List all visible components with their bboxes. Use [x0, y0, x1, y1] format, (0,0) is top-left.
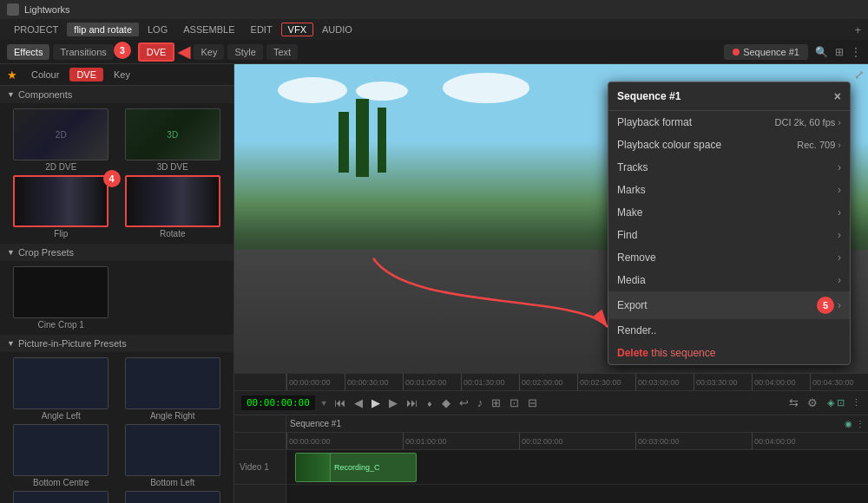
components-section-header[interactable]: Components [0, 86, 233, 103]
seq-ruler-label [234, 415, 286, 432]
ctx-label: Render.. [617, 324, 656, 336]
ruler-mark: 00:00:00:00 [286, 433, 403, 449]
timecode-dropdown[interactable]: ▼ [320, 399, 328, 408]
edit-menu[interactable]: EDIT [244, 23, 279, 36]
expand-btn[interactable]: ⤢ [854, 68, 865, 82]
tab-text[interactable]: Text [266, 44, 298, 60]
clip-block[interactable]: Recording_C [295, 453, 417, 482]
assemble-menu[interactable]: ASSEMBLE [176, 23, 241, 36]
ctx-find-arrow: › [838, 229, 841, 241]
ruler-mark: 00:02:00:00 [519, 433, 635, 449]
project-name[interactable]: flip and rotate [67, 23, 139, 36]
seq-controls: ◉ ⋮ [841, 415, 868, 432]
snap-btn[interactable]: ⊞ [489, 395, 503, 411]
ctx-delete-sequence[interactable]: Delete this sequence [608, 342, 850, 364]
track-labels: Video 1 [234, 450, 286, 503]
mark-out-btn[interactable]: ◆ [439, 395, 453, 411]
settings-btn[interactable]: ⚙ [805, 395, 820, 411]
log-menu[interactable]: LOG [141, 23, 174, 36]
list-item[interactable]: Mid Centre [119, 491, 227, 503]
sequence-tab[interactable]: Sequence #1 [724, 44, 808, 60]
ruler-mark: 00:04:00:00 [752, 374, 810, 390]
ctx-label: Playback colour space [617, 139, 721, 151]
tab-dve[interactable]: DVE [138, 42, 175, 62]
ctx-playback-format[interactable]: Playback format DCI 2k, 60 fps › [608, 111, 850, 134]
tools-btn[interactable]: ⊟ [525, 395, 540, 411]
star-btn[interactable]: ★ [7, 69, 17, 82]
list-item[interactable]: Flip 4 [7, 175, 115, 238]
edit-mode-btn[interactable]: ⊡ [507, 395, 522, 411]
grid-btn[interactable]: ⊞ [835, 46, 844, 58]
sub-tab-key[interactable]: Key [107, 68, 137, 82]
bottom-left-label: Bottom Left [150, 478, 194, 487]
sub-tab-dve[interactable]: DVE [69, 68, 103, 82]
ctx-make[interactable]: Make › [608, 201, 850, 224]
pip-section-header[interactable]: Picture-in-Picture Presets [0, 335, 233, 352]
ctx-playback-colour[interactable]: Playback colour space Rec. 709 › [608, 134, 850, 156]
mark-in-btn[interactable]: ⬧ [424, 395, 436, 411]
step4-badge: 4 [103, 170, 121, 187]
tab-style[interactable]: Style [227, 44, 262, 60]
ctx-media[interactable]: Media › [608, 269, 850, 291]
angle-right-thumb [125, 357, 220, 409]
context-menu-close[interactable]: × [834, 89, 841, 103]
list-item[interactable]: Bottom Left [119, 424, 227, 487]
angle-right-label: Angle Right [150, 411, 195, 421]
sub-tab-colour[interactable]: Colour [24, 68, 66, 82]
crop-presets-grid: Cine Crop 1 [0, 261, 233, 335]
cloud [278, 77, 347, 103]
add-menu-btn[interactable]: + [854, 23, 861, 36]
ctx-media-arrow: › [838, 274, 841, 286]
tab-effects[interactable]: Effects [7, 44, 49, 60]
ctx-marks[interactable]: Marks › [608, 179, 850, 201]
list-item[interactable]: Cine Crop 1 [7, 266, 115, 330]
list-item[interactable]: 2D 2D DVE [7, 108, 115, 172]
app-icon [7, 3, 19, 16]
step-fwd-btn[interactable]: ▶ [386, 395, 400, 411]
ctx-remove[interactable]: Remove › [608, 246, 850, 269]
more-timeline-btn[interactable]: ⋮ [852, 397, 861, 408]
more-btn[interactable]: ⋮ [851, 46, 861, 58]
ctx-tracks[interactable]: Tracks › [608, 156, 850, 179]
ctx-export[interactable]: Export 5 › [608, 291, 850, 319]
fast-fwd-btn[interactable]: ⏭ [404, 395, 420, 411]
step3-badge: 3 [114, 42, 131, 59]
ctx-render[interactable]: Render.. [608, 319, 850, 342]
ruler-mark: 00:03:30:00 [694, 374, 752, 390]
tab-key[interactable]: Key [194, 44, 224, 60]
tree [339, 112, 349, 173]
list-item[interactable]: Angle Left [7, 357, 115, 421]
ctx-tracks-arrow: › [838, 161, 841, 173]
ctx-make-arrow: › [838, 206, 841, 219]
audio-btn[interactable]: ♪ [475, 395, 486, 411]
seq-more-btn[interactable]: ⋮ [856, 419, 865, 428]
list-item[interactable]: Rotate [119, 175, 227, 238]
ruler2-spacer [234, 433, 286, 449]
step-back-btn[interactable]: ◀ [352, 395, 365, 411]
ctx-label: Media [617, 274, 646, 286]
list-item[interactable]: Angle Right [119, 357, 227, 421]
mid-centre-thumb [125, 491, 220, 503]
play-btn[interactable]: ▶ [369, 395, 383, 411]
list-item[interactable]: Bottom Right [7, 491, 115, 503]
link-btn[interactable]: ⇆ [786, 395, 801, 411]
context-menu-header: Sequence #1 × [608, 82, 850, 111]
list-item[interactable]: Bottom Centre [7, 424, 115, 487]
crop-presets-header[interactable]: Crop Presets [0, 244, 233, 261]
list-item[interactable]: 3D 3D DVE [119, 108, 227, 172]
search-btn[interactable]: 🔍 [815, 46, 828, 58]
ctx-find[interactable]: Find › [608, 224, 850, 246]
audio-menu[interactable]: AUDIO [315, 23, 359, 36]
ruler-mark: 00:03:00:00 [635, 433, 752, 449]
ctx-remove-arrow: › [838, 252, 841, 264]
menu-bar: PROJECT flip and rotate LOG ASSEMBLE EDI… [0, 19, 868, 40]
loop-btn[interactable]: ↩ [457, 395, 471, 411]
rewind-btn[interactable]: ⏮ [332, 395, 348, 411]
bottom-centre-label: Bottom Centre [33, 478, 89, 487]
ctx-delete-text: Delete this sequence [617, 347, 715, 359]
project-menu[interactable]: PROJECT [7, 23, 65, 36]
clip-thumbnail [296, 454, 331, 481]
bottom-centre-thumb [13, 424, 108, 476]
vfx-menu[interactable]: VFX [281, 23, 313, 36]
tab-transitions[interactable]: Transitions [53, 44, 113, 60]
